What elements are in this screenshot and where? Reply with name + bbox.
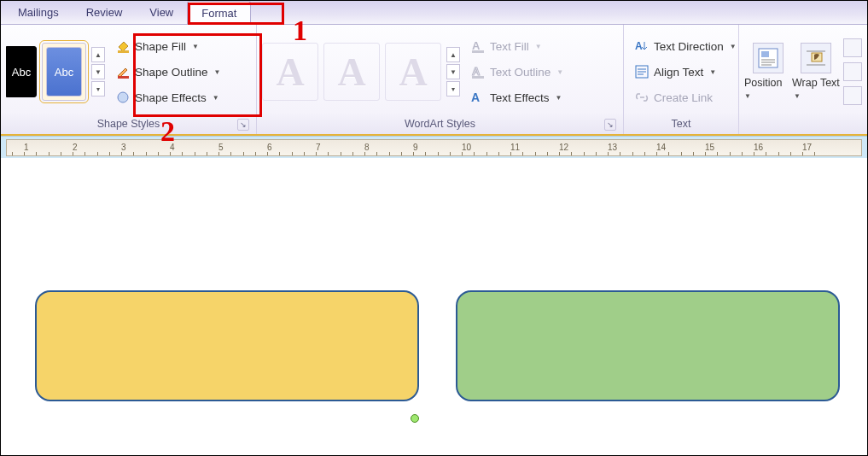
tab-view[interactable]: View [136, 1, 187, 24]
shape-rounded-rect-yellow[interactable] [35, 290, 419, 401]
svg-text:A: A [635, 40, 643, 52]
pencil-icon [115, 64, 131, 79]
text-direction-icon: A [634, 38, 650, 54]
align-text-label: Align Text [654, 66, 703, 79]
wordart-swatch[interactable]: A [262, 43, 318, 101]
text-effects-label: Text Effects [490, 91, 550, 104]
shape-style-swatch-selected[interactable]: Abc [42, 43, 86, 101]
ruler-number: 1 [24, 143, 29, 152]
dialog-launcher-icon[interactable]: ↘ [237, 119, 249, 131]
svg-rect-4 [472, 50, 484, 53]
wordart-swatch[interactable]: A [323, 43, 380, 101]
position-icon [753, 43, 784, 73]
text-effects-icon: A [470, 90, 486, 105]
shape-effects-button[interactable]: Shape Effects ▼ [110, 86, 225, 108]
text-outline-icon: A [470, 64, 486, 79]
svg-rect-0 [118, 50, 129, 53]
ruler-number: 11 [510, 143, 520, 152]
ruler-number: 7 [316, 143, 321, 152]
ruler-number: 3 [121, 143, 126, 152]
text-fill-icon: A [470, 38, 486, 54]
chevron-down-icon: ▼ [709, 68, 716, 76]
tab-review[interactable]: Review [73, 1, 137, 24]
group-shape-styles: Abc Abc ▲ ▼ ▾ Shape Fill ▼ Shape Outline [1, 25, 257, 134]
gallery-up-icon[interactable]: ▲ [91, 47, 105, 62]
ruler-number: 15 [705, 143, 714, 152]
wordart-gallery[interactable]: A A A ▲ ▼ ▾ [262, 43, 460, 101]
align-text-button[interactable]: Align Text ▼ [629, 61, 742, 83]
gallery-up-icon[interactable]: ▲ [446, 47, 460, 62]
tab-format[interactable]: Format [187, 1, 251, 24]
ruler-number: 14 [656, 143, 666, 152]
shape-outline-button[interactable]: Shape Outline ▼ [110, 61, 225, 83]
chevron-down-icon: ▼ [213, 94, 219, 102]
shape-rounded-rect-green[interactable] [456, 290, 840, 401]
shape-effects-label: Shape Effects [135, 91, 207, 104]
text-outline-button[interactable]: A Text Outline ▼ [465, 61, 568, 83]
svg-text:A: A [471, 91, 480, 104]
chevron-down-icon: ▼ [556, 68, 563, 76]
group-title-text: Text [672, 118, 691, 130]
text-direction-button[interactable]: A Text Direction ▼ [629, 35, 742, 57]
svg-point-2 [118, 92, 128, 102]
chevron-down-icon: ▼ [744, 92, 751, 100]
selection-pane-button[interactable] [843, 86, 862, 105]
ruler-number: 12 [559, 143, 568, 152]
text-fill-label: Text Fill [490, 40, 529, 53]
gallery-down-icon[interactable]: ▼ [446, 64, 460, 79]
svg-text:A: A [472, 65, 481, 78]
bucket-icon [115, 38, 131, 54]
ribbon-tabbar: Mailings Review View Format [1, 1, 867, 25]
group-title-shape-styles: Shape Styles [97, 118, 160, 130]
gallery-down-icon[interactable]: ▼ [91, 64, 105, 79]
ruler-area: 1234567891011121314151617 [1, 136, 867, 158]
text-effects-button[interactable]: A Text Effects ▼ [465, 86, 568, 108]
effects-icon [115, 90, 131, 105]
ruler-number: 16 [754, 143, 763, 152]
text-fill-button[interactable]: A Text Fill ▼ [465, 35, 568, 57]
chevron-down-icon: ▼ [192, 43, 199, 50]
svg-text:A: A [472, 39, 481, 52]
shape-fill-label: Shape Fill [135, 40, 186, 53]
shape-style-gallery[interactable]: Abc Abc ▲ ▼ ▾ [6, 43, 105, 101]
text-outline-label: Text Outline [490, 66, 551, 79]
ruler-number: 10 [462, 143, 471, 152]
chevron-down-icon: ▼ [556, 94, 562, 102]
wrap-text-label: Wrap Text [792, 77, 840, 89]
create-link-button[interactable]: Create Link [629, 86, 742, 108]
align-text-icon [634, 64, 650, 79]
chevron-down-icon: ▼ [214, 68, 221, 76]
wordart-swatch[interactable]: A [385, 43, 441, 101]
chevron-down-icon: ▼ [535, 43, 542, 50]
rotation-handle-icon[interactable] [411, 414, 419, 423]
ribbon: Abc Abc ▲ ▼ ▾ Shape Fill ▼ Shape Outline [1, 25, 867, 136]
position-label: Position [744, 77, 782, 89]
shape-style-swatch[interactable]: Abc [6, 46, 37, 97]
shape-outline-label: Shape Outline [135, 66, 208, 79]
gallery-more-icon[interactable]: ▾ [446, 81, 460, 96]
gallery-more-icon[interactable]: ▾ [91, 81, 105, 96]
horizontal-ruler[interactable]: 1234567891011121314151617 [6, 139, 862, 156]
ruler-number: 9 [413, 143, 418, 152]
svg-rect-1 [118, 76, 129, 79]
shape-fill-button[interactable]: Shape Fill ▼ [110, 35, 225, 57]
document-canvas[interactable] [1, 158, 867, 455]
send-backward-button[interactable] [843, 62, 862, 81]
ruler-number: 2 [73, 143, 78, 152]
bring-forward-button[interactable] [843, 38, 862, 57]
wrap-text-icon [801, 43, 831, 73]
group-title-wordart: WordArt Styles [405, 118, 475, 130]
svg-rect-6 [472, 76, 484, 79]
wrap-text-button[interactable]: Wrap Text ▼ [792, 43, 840, 101]
ruler-number: 6 [267, 143, 272, 152]
chevron-down-icon: ▼ [794, 92, 801, 100]
dialog-launcher-icon[interactable]: ↘ [604, 119, 616, 131]
gallery-scroll: ▲ ▼ ▾ [446, 47, 460, 96]
link-icon [634, 90, 650, 105]
ruler-number: 5 [218, 143, 224, 152]
create-link-label: Create Link [654, 91, 713, 104]
arrange-mini-buttons [843, 38, 862, 105]
position-button[interactable]: Position ▼ [744, 43, 792, 101]
gallery-scroll: ▲ ▼ ▾ [91, 47, 105, 96]
tab-mailings[interactable]: Mailings [4, 1, 73, 24]
